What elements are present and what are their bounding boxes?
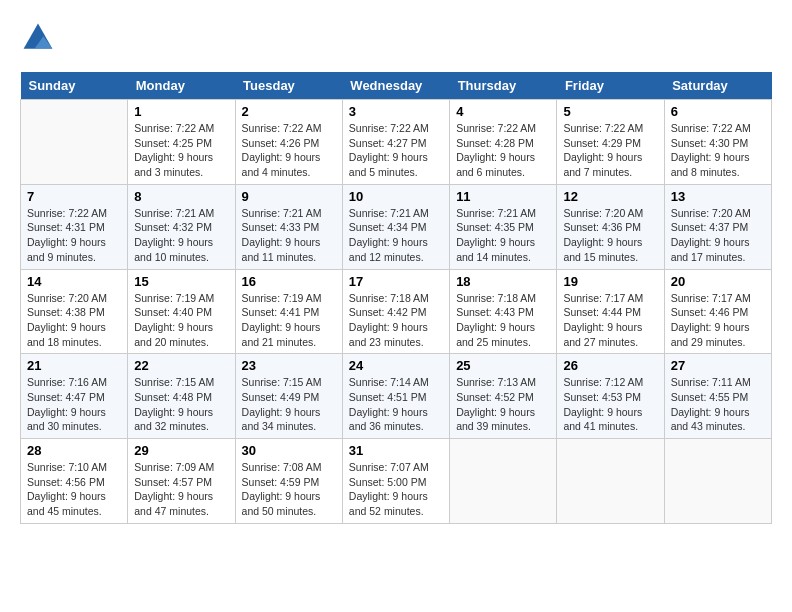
calendar-cell (450, 439, 557, 524)
calendar-week-4: 21 Sunrise: 7:16 AM Sunset: 4:47 PM Dayl… (21, 354, 772, 439)
day-info: Sunrise: 7:08 AM Sunset: 4:59 PM Dayligh… (242, 460, 336, 519)
day-number: 5 (563, 104, 657, 119)
calendar-cell: 13 Sunrise: 7:20 AM Sunset: 4:37 PM Dayl… (664, 184, 771, 269)
day-info: Sunrise: 7:19 AM Sunset: 4:41 PM Dayligh… (242, 291, 336, 350)
day-info: Sunrise: 7:20 AM Sunset: 4:36 PM Dayligh… (563, 206, 657, 265)
day-info: Sunrise: 7:22 AM Sunset: 4:30 PM Dayligh… (671, 121, 765, 180)
day-info: Sunrise: 7:17 AM Sunset: 4:46 PM Dayligh… (671, 291, 765, 350)
day-info: Sunrise: 7:22 AM Sunset: 4:26 PM Dayligh… (242, 121, 336, 180)
calendar-cell: 10 Sunrise: 7:21 AM Sunset: 4:34 PM Dayl… (342, 184, 449, 269)
page-header (20, 20, 772, 56)
calendar-cell: 2 Sunrise: 7:22 AM Sunset: 4:26 PM Dayli… (235, 100, 342, 185)
day-info: Sunrise: 7:21 AM Sunset: 4:35 PM Dayligh… (456, 206, 550, 265)
calendar-cell (557, 439, 664, 524)
calendar-cell: 5 Sunrise: 7:22 AM Sunset: 4:29 PM Dayli… (557, 100, 664, 185)
day-number: 13 (671, 189, 765, 204)
calendar-cell: 29 Sunrise: 7:09 AM Sunset: 4:57 PM Dayl… (128, 439, 235, 524)
weekday-header-row: SundayMondayTuesdayWednesdayThursdayFrid… (21, 72, 772, 100)
day-info: Sunrise: 7:12 AM Sunset: 4:53 PM Dayligh… (563, 375, 657, 434)
calendar-cell: 24 Sunrise: 7:14 AM Sunset: 4:51 PM Dayl… (342, 354, 449, 439)
calendar-cell: 30 Sunrise: 7:08 AM Sunset: 4:59 PM Dayl… (235, 439, 342, 524)
day-info: Sunrise: 7:19 AM Sunset: 4:40 PM Dayligh… (134, 291, 228, 350)
day-number: 22 (134, 358, 228, 373)
day-info: Sunrise: 7:10 AM Sunset: 4:56 PM Dayligh… (27, 460, 121, 519)
day-info: Sunrise: 7:20 AM Sunset: 4:38 PM Dayligh… (27, 291, 121, 350)
day-number: 4 (456, 104, 550, 119)
calendar-cell: 20 Sunrise: 7:17 AM Sunset: 4:46 PM Dayl… (664, 269, 771, 354)
day-info: Sunrise: 7:22 AM Sunset: 4:28 PM Dayligh… (456, 121, 550, 180)
calendar-cell: 23 Sunrise: 7:15 AM Sunset: 4:49 PM Dayl… (235, 354, 342, 439)
calendar-cell: 17 Sunrise: 7:18 AM Sunset: 4:42 PM Dayl… (342, 269, 449, 354)
day-number: 1 (134, 104, 228, 119)
calendar-week-1: 1 Sunrise: 7:22 AM Sunset: 4:25 PM Dayli… (21, 100, 772, 185)
calendar-cell: 11 Sunrise: 7:21 AM Sunset: 4:35 PM Dayl… (450, 184, 557, 269)
calendar-cell: 26 Sunrise: 7:12 AM Sunset: 4:53 PM Dayl… (557, 354, 664, 439)
calendar-cell: 22 Sunrise: 7:15 AM Sunset: 4:48 PM Dayl… (128, 354, 235, 439)
calendar-cell: 1 Sunrise: 7:22 AM Sunset: 4:25 PM Dayli… (128, 100, 235, 185)
day-info: Sunrise: 7:22 AM Sunset: 4:27 PM Dayligh… (349, 121, 443, 180)
day-number: 27 (671, 358, 765, 373)
calendar-week-2: 7 Sunrise: 7:22 AM Sunset: 4:31 PM Dayli… (21, 184, 772, 269)
day-info: Sunrise: 7:22 AM Sunset: 4:31 PM Dayligh… (27, 206, 121, 265)
day-info: Sunrise: 7:11 AM Sunset: 4:55 PM Dayligh… (671, 375, 765, 434)
calendar-cell (21, 100, 128, 185)
calendar-cell: 4 Sunrise: 7:22 AM Sunset: 4:28 PM Dayli… (450, 100, 557, 185)
day-info: Sunrise: 7:18 AM Sunset: 4:43 PM Dayligh… (456, 291, 550, 350)
day-number: 8 (134, 189, 228, 204)
day-number: 30 (242, 443, 336, 458)
calendar-cell: 12 Sunrise: 7:20 AM Sunset: 4:36 PM Dayl… (557, 184, 664, 269)
day-info: Sunrise: 7:15 AM Sunset: 4:48 PM Dayligh… (134, 375, 228, 434)
day-info: Sunrise: 7:20 AM Sunset: 4:37 PM Dayligh… (671, 206, 765, 265)
calendar-cell: 25 Sunrise: 7:13 AM Sunset: 4:52 PM Dayl… (450, 354, 557, 439)
day-number: 9 (242, 189, 336, 204)
calendar-cell: 15 Sunrise: 7:19 AM Sunset: 4:40 PM Dayl… (128, 269, 235, 354)
calendar-cell (664, 439, 771, 524)
calendar-cell: 18 Sunrise: 7:18 AM Sunset: 4:43 PM Dayl… (450, 269, 557, 354)
weekday-header-friday: Friday (557, 72, 664, 100)
day-number: 29 (134, 443, 228, 458)
weekday-header-sunday: Sunday (21, 72, 128, 100)
day-info: Sunrise: 7:14 AM Sunset: 4:51 PM Dayligh… (349, 375, 443, 434)
calendar-cell: 16 Sunrise: 7:19 AM Sunset: 4:41 PM Dayl… (235, 269, 342, 354)
day-number: 10 (349, 189, 443, 204)
calendar-cell: 28 Sunrise: 7:10 AM Sunset: 4:56 PM Dayl… (21, 439, 128, 524)
day-info: Sunrise: 7:22 AM Sunset: 4:29 PM Dayligh… (563, 121, 657, 180)
logo-icon (20, 20, 56, 56)
day-number: 31 (349, 443, 443, 458)
day-number: 19 (563, 274, 657, 289)
day-number: 17 (349, 274, 443, 289)
day-number: 26 (563, 358, 657, 373)
logo (20, 20, 60, 56)
day-info: Sunrise: 7:13 AM Sunset: 4:52 PM Dayligh… (456, 375, 550, 434)
day-number: 3 (349, 104, 443, 119)
day-number: 2 (242, 104, 336, 119)
day-number: 20 (671, 274, 765, 289)
calendar-cell: 14 Sunrise: 7:20 AM Sunset: 4:38 PM Dayl… (21, 269, 128, 354)
calendar-header: SundayMondayTuesdayWednesdayThursdayFrid… (21, 72, 772, 100)
calendar-cell: 21 Sunrise: 7:16 AM Sunset: 4:47 PM Dayl… (21, 354, 128, 439)
day-number: 18 (456, 274, 550, 289)
calendar-cell: 31 Sunrise: 7:07 AM Sunset: 5:00 PM Dayl… (342, 439, 449, 524)
day-number: 7 (27, 189, 121, 204)
day-number: 25 (456, 358, 550, 373)
calendar-table: SundayMondayTuesdayWednesdayThursdayFrid… (20, 72, 772, 524)
day-number: 6 (671, 104, 765, 119)
day-number: 28 (27, 443, 121, 458)
day-info: Sunrise: 7:21 AM Sunset: 4:32 PM Dayligh… (134, 206, 228, 265)
day-info: Sunrise: 7:07 AM Sunset: 5:00 PM Dayligh… (349, 460, 443, 519)
weekday-header-tuesday: Tuesday (235, 72, 342, 100)
weekday-header-monday: Monday (128, 72, 235, 100)
calendar-cell: 7 Sunrise: 7:22 AM Sunset: 4:31 PM Dayli… (21, 184, 128, 269)
calendar-body: 1 Sunrise: 7:22 AM Sunset: 4:25 PM Dayli… (21, 100, 772, 524)
weekday-header-wednesday: Wednesday (342, 72, 449, 100)
day-info: Sunrise: 7:21 AM Sunset: 4:33 PM Dayligh… (242, 206, 336, 265)
calendar-cell: 6 Sunrise: 7:22 AM Sunset: 4:30 PM Dayli… (664, 100, 771, 185)
day-info: Sunrise: 7:21 AM Sunset: 4:34 PM Dayligh… (349, 206, 443, 265)
weekday-header-saturday: Saturday (664, 72, 771, 100)
calendar-cell: 3 Sunrise: 7:22 AM Sunset: 4:27 PM Dayli… (342, 100, 449, 185)
calendar-cell: 19 Sunrise: 7:17 AM Sunset: 4:44 PM Dayl… (557, 269, 664, 354)
day-info: Sunrise: 7:16 AM Sunset: 4:47 PM Dayligh… (27, 375, 121, 434)
day-info: Sunrise: 7:22 AM Sunset: 4:25 PM Dayligh… (134, 121, 228, 180)
day-number: 12 (563, 189, 657, 204)
day-info: Sunrise: 7:17 AM Sunset: 4:44 PM Dayligh… (563, 291, 657, 350)
